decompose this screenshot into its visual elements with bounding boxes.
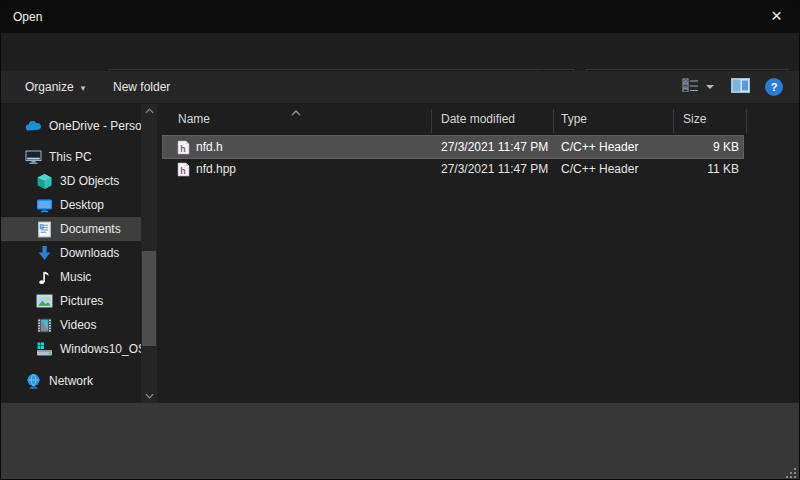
- sidebar-item-label: Desktop: [60, 198, 104, 212]
- preview-pane-button[interactable]: [727, 75, 753, 99]
- column-divider[interactable]: [431, 109, 432, 133]
- file-name-cell: h nfd.h: [177, 136, 223, 158]
- sidebar-item-label: Videos: [60, 318, 96, 332]
- sidebar-item-label: 3D Objects: [60, 174, 119, 188]
- sidebar-scrollbar[interactable]: [141, 104, 157, 403]
- network-globe-icon: [25, 373, 42, 389]
- navigation-bar: ← → ↑ « GitHub › nativefiledialog › src …: [1, 33, 799, 71]
- navigation-sidebar: OneDrive - Persor This PC 3D Objects Des…: [1, 104, 161, 403]
- title-bar: Open ×: [1, 1, 799, 33]
- command-toolbar: Organize▾ New folder: [1, 71, 799, 104]
- sidebar-item-label: Pictures: [60, 294, 103, 308]
- scroll-down-icon[interactable]: [141, 389, 157, 403]
- sort-ascending-icon: [291, 105, 301, 111]
- onedrive-cloud-icon: [25, 118, 42, 134]
- column-divider[interactable]: [673, 109, 674, 133]
- dialog-footer: File name: Headers (*.h;*.hpp) Open Canc…: [1, 403, 799, 480]
- file-date-cell: 27/3/2021 11:47 PM: [441, 158, 548, 180]
- svg-text:h: h: [180, 165, 186, 175]
- change-view-button[interactable]: [678, 75, 719, 99]
- film-strip-icon: [36, 317, 53, 333]
- column-header-name[interactable]: Name: [178, 112, 210, 126]
- sidebar-item-downloads[interactable]: Downloads: [1, 241, 141, 265]
- computer-icon: [25, 149, 42, 165]
- dialog-content: OneDrive - Persor This PC 3D Objects Des…: [1, 104, 799, 403]
- column-divider[interactable]: [553, 109, 554, 133]
- chevron-down-icon: [705, 84, 715, 90]
- header-file-icon: h: [177, 140, 190, 155]
- file-date-cell: 27/3/2021 11:47 PM: [441, 136, 548, 158]
- window-title: Open: [13, 1, 42, 33]
- desktop-icon: [36, 197, 53, 213]
- preview-pane-icon: [731, 78, 750, 97]
- column-divider[interactable]: [746, 109, 747, 133]
- file-type-cell: C/C++ Header: [561, 136, 638, 158]
- resize-grip[interactable]: [786, 468, 796, 478]
- sidebar-item-label: Music: [60, 270, 91, 284]
- download-arrow-icon: [36, 245, 53, 261]
- file-row-nfd-hpp[interactable]: h nfd.hpp 27/3/2021 11:47 PM C/C++ Heade…: [163, 158, 743, 180]
- organize-label: Organize: [25, 80, 74, 94]
- sidebar-item-label: Windows10_OS (: [60, 342, 141, 356]
- sidebar-item-label: Network: [49, 374, 93, 388]
- sidebar-item-label: Downloads: [60, 246, 119, 260]
- music-note-icon: [36, 269, 53, 285]
- sidebar-item-3d-objects[interactable]: 3D Objects: [1, 169, 141, 193]
- help-button[interactable]: ?: [761, 75, 787, 99]
- file-type-cell: C/C++ Header: [561, 158, 638, 180]
- column-header-type[interactable]: Type: [561, 112, 587, 126]
- new-folder-button[interactable]: New folder: [113, 71, 170, 103]
- sidebar-item-music[interactable]: Music: [1, 265, 141, 289]
- file-list: Name Date modified Type Size h nfd.h 27/…: [161, 104, 799, 403]
- organize-button[interactable]: Organize▾: [25, 71, 85, 103]
- file-name: nfd.hpp: [196, 158, 236, 180]
- hard-drive-icon: [36, 341, 53, 357]
- sidebar-item-desktop[interactable]: Desktop: [1, 193, 141, 217]
- sidebar-item-pictures[interactable]: Pictures: [1, 289, 141, 313]
- picture-icon: [36, 293, 53, 309]
- header-file-icon: h: [177, 162, 190, 177]
- cube-3d-icon: [36, 173, 53, 189]
- sidebar-item-videos[interactable]: Videos: [1, 313, 141, 337]
- sidebar-item-onedrive[interactable]: OneDrive - Persor: [1, 114, 141, 138]
- chevron-down-icon: ▾: [81, 83, 86, 93]
- details-view-icon: [682, 78, 700, 96]
- sidebar-item-windows10-os[interactable]: Windows10_OS (: [1, 337, 141, 361]
- scrollbar-thumb[interactable]: [142, 251, 156, 346]
- file-size-cell: 9 KB: [663, 136, 739, 158]
- document-icon: [36, 221, 53, 237]
- open-dialog-window: Open × ← → ↑ « GitHub › nativefiledialog…: [0, 0, 800, 480]
- sidebar-item-label: OneDrive - Persor: [49, 119, 141, 133]
- sidebar-item-label: This PC: [49, 150, 92, 164]
- sidebar-item-network[interactable]: Network: [1, 369, 141, 393]
- column-header-date-modified[interactable]: Date modified: [441, 112, 515, 126]
- file-row-nfd-h[interactable]: h nfd.h 27/3/2021 11:47 PM C/C++ Header …: [163, 136, 743, 158]
- close-button[interactable]: ×: [754, 1, 799, 33]
- file-size-cell: 11 KB: [663, 158, 739, 180]
- file-name: nfd.h: [196, 136, 223, 158]
- help-icon: ?: [765, 78, 783, 96]
- file-name-cell: h nfd.hpp: [177, 158, 236, 180]
- sidebar-item-this-pc[interactable]: This PC: [1, 145, 141, 169]
- svg-text:h: h: [180, 143, 186, 153]
- column-header-size[interactable]: Size: [683, 112, 706, 126]
- sidebar-item-label: Documents: [60, 222, 121, 236]
- sidebar-item-documents[interactable]: Documents: [1, 217, 141, 241]
- scroll-up-icon[interactable]: [141, 104, 157, 118]
- column-headers: Name Date modified Type Size: [161, 104, 799, 134]
